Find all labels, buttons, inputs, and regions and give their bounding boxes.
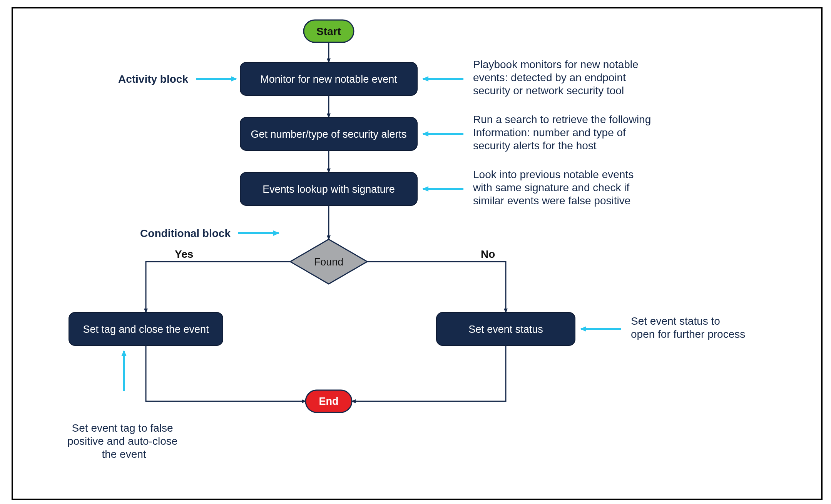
- found-node: Found: [290, 239, 367, 284]
- lookup-node: Events lookup with signature: [240, 172, 417, 205]
- arrow-tag-end: [146, 345, 306, 401]
- found-label: Found: [314, 256, 344, 268]
- no-label: No: [481, 248, 495, 260]
- flowchart-canvas: Start Monitor for new notable event Get …: [13, 8, 821, 499]
- arrow-found-no: [367, 262, 506, 312]
- alerts-node: Get number/type of security alerts: [240, 117, 417, 150]
- start-label: Start: [316, 25, 341, 37]
- annotation-conditional: Conditional block: [140, 227, 231, 239]
- arrow-status-end: [352, 345, 506, 401]
- annotation-tag-desc: Set event tag to false positive and auto…: [67, 422, 181, 460]
- start-node: Start: [304, 20, 354, 42]
- end-label: End: [319, 396, 339, 407]
- arrow-found-yes: [146, 262, 290, 312]
- lookup-label: Events lookup with signature: [263, 184, 395, 195]
- tag-close-node: Set tag and close the event: [69, 312, 223, 345]
- monitor-label: Monitor for new notable event: [260, 73, 397, 85]
- annotation-monitor-desc: Playbook monitors for new notable events…: [473, 58, 641, 97]
- end-node: End: [306, 390, 352, 412]
- tag-close-label: Set tag and close the event: [83, 324, 209, 335]
- annotation-status-desc: Set event status to open for further pro…: [631, 315, 745, 340]
- monitor-node: Monitor for new notable event: [240, 62, 417, 95]
- annotation-lookup-desc: Look into previous notable events with s…: [473, 169, 637, 207]
- annotation-alerts-desc: Run a search to retrieve the following I…: [473, 113, 654, 152]
- set-status-label: Set event status: [468, 324, 543, 335]
- yes-label: Yes: [175, 248, 193, 260]
- set-status-node: Set event status: [436, 312, 575, 345]
- alerts-label: Get number/type of security alerts: [251, 129, 406, 140]
- annotation-activity: Activity block: [118, 73, 188, 85]
